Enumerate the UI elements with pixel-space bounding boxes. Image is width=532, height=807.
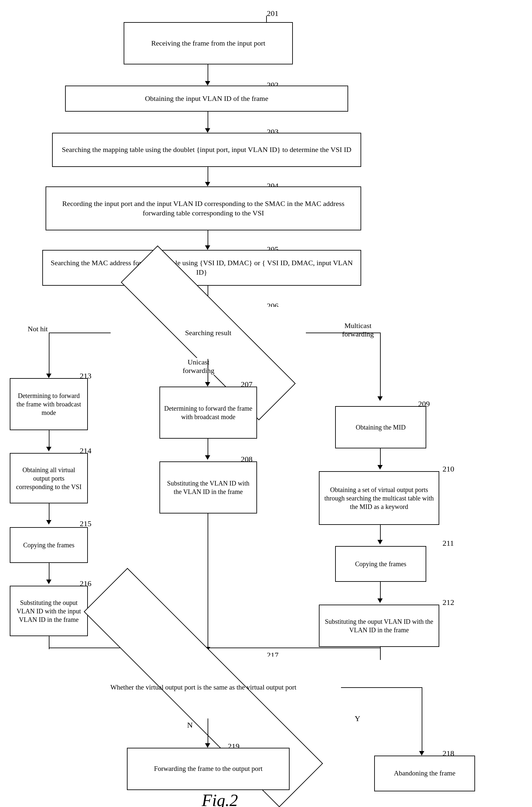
box-208: Substituting the VLAN ID with the VLAN I…	[159, 461, 257, 514]
label-201: 201	[267, 9, 279, 18]
label-nothit: Not hit	[28, 325, 48, 333]
box-218: Abandoning the frame	[374, 755, 475, 791]
diamond-217: Whether the virtual output port is the s…	[65, 657, 342, 718]
box-205: Searching the MAC address forwarding tab…	[42, 250, 361, 286]
box-216: Substituting the ouput VLAN ID with the …	[10, 586, 88, 636]
label-unicast: Unicast forwarding	[172, 358, 225, 375]
box-202: Obtaining the input VLAN ID of the frame	[65, 85, 348, 112]
box-203: Searching the mapping table using the do…	[52, 133, 361, 167]
box-207: Determining to forward the frame with br…	[159, 387, 257, 439]
box-209: Obtaining the MID	[335, 406, 426, 448]
box-215: Copying the frames	[10, 527, 88, 563]
label-211: 211	[442, 539, 454, 547]
diamond-206: Searching result	[111, 307, 306, 359]
label-215: 215	[80, 519, 91, 528]
box-201: Receiving the frame from the input port	[124, 22, 293, 64]
label-212: 212	[442, 598, 454, 607]
label-y: Y	[355, 714, 360, 723]
label-multicast: Multicast forwarding	[332, 322, 384, 339]
box-204: Recording the input port and the input V…	[45, 187, 361, 230]
box-210: Obtaining a set of virtual output ports …	[319, 471, 439, 525]
box-214: Obtaining all virtual output ports corre…	[10, 453, 88, 503]
box-212: Substituting the ouput VLAN ID with the …	[319, 604, 439, 647]
label-210: 210	[442, 465, 454, 474]
box-219: Forwarding the frame to the output port	[127, 748, 290, 790]
box-213: Determining to forward the frame with br…	[10, 378, 88, 430]
label-n: N	[187, 721, 193, 730]
box-211: Copying the frames	[335, 546, 426, 582]
diagram: 201 Receiving the frame from the input p…	[0, 0, 532, 807]
fig-label: Fig.2	[202, 791, 238, 807]
